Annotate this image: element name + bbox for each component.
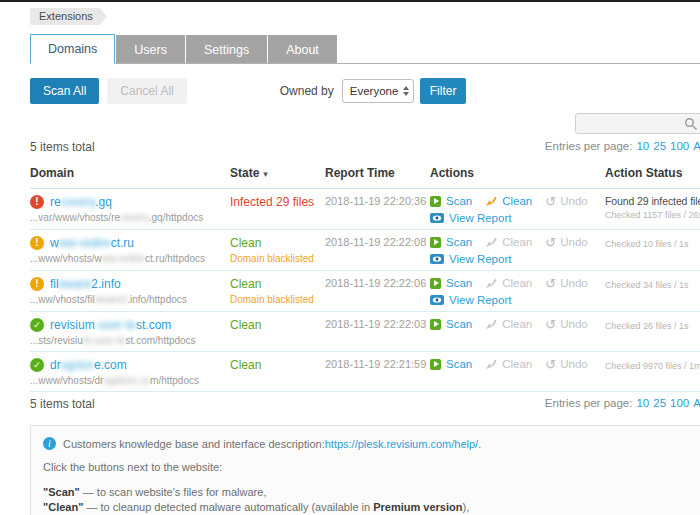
page-size-100[interactable]: 100 (670, 140, 689, 152)
report-eye-icon (430, 213, 444, 223)
report-eye-icon (430, 295, 444, 305)
report-eye-icon (430, 254, 444, 264)
undo-icon: ↺ (545, 319, 556, 330)
top-meta-row: 5 items total Entries per page:1025100Al… (30, 140, 700, 156)
tab-users[interactable]: Users (116, 35, 185, 63)
col-header-action-status: Action Status (605, 166, 700, 180)
state-label: Infected 29 files (230, 195, 325, 209)
undo-action[interactable]: ↺Undo (545, 236, 587, 248)
scan-icon (430, 237, 441, 248)
view-report-action[interactable]: View Report (430, 294, 511, 306)
clean-action[interactable]: Clean (485, 318, 532, 330)
sort-desc-icon: ▾ (263, 169, 268, 179)
table-row: ! fileware2.info ...ww/vhosts/fileware2.… (30, 271, 700, 312)
select-arrows-icon (403, 86, 409, 96)
col-header-domain[interactable]: Domain (30, 166, 230, 180)
domain-link[interactable]: recovery.gq (50, 195, 112, 209)
domain-path: ...ww/vhosts/fileware2.info/httpdocs (30, 294, 230, 305)
search-row (0, 113, 700, 135)
scan-action[interactable]: Scan (430, 236, 472, 248)
filter-button[interactable]: Filter (420, 78, 467, 104)
report-time: 2018-11-19 22:20:36 (325, 195, 430, 224)
domains-table: Domain State▾ Report Time Actions Action… (30, 160, 700, 392)
help-infobox: i Customers knowledge base and interface… (30, 425, 700, 515)
brush-icon (485, 358, 497, 370)
clean-action[interactable]: Clean (485, 195, 532, 207)
page-size-25[interactable]: 25 (653, 397, 666, 409)
action-status-sub: Checked 26 files / 1s (605, 321, 700, 331)
page-size-10[interactable]: 10 (636, 397, 649, 409)
view-report-action[interactable]: View Report (430, 253, 511, 265)
scan-action[interactable]: Scan (430, 358, 472, 370)
domain-link[interactable]: www-redirect.ru (50, 236, 134, 250)
scan-all-button[interactable]: Scan All (30, 78, 99, 104)
owned-by-label: Owned by (280, 84, 334, 98)
page-size-all[interactable]: All (693, 397, 700, 409)
tab-domains[interactable]: Domains (30, 34, 115, 64)
bottom-meta-row: 5 items total Entries per page:1025100Al… (30, 397, 700, 413)
domain-path: ...var/www/vhosts/recovery.gq/httpdocs (30, 212, 230, 223)
view-report-action[interactable]: View Report (430, 212, 511, 224)
undo-action[interactable]: ↺Undo (545, 277, 587, 289)
col-header-actions: Actions (430, 166, 605, 180)
entries-per-page: Entries per page:1025100All (545, 397, 700, 413)
brush-icon (485, 195, 497, 207)
domain-link[interactable]: revisium-user-test.com (50, 318, 171, 332)
info-icon: i (43, 437, 56, 450)
entries-per-page: Entries per page:1025100All (545, 140, 700, 156)
clean-action[interactable]: Clean (485, 358, 532, 370)
table-row: ✓ drugstore.com ...www/vhosts/drugstore.… (30, 352, 700, 392)
scan-action[interactable]: Scan (430, 277, 472, 289)
domain-path: ...www/vhosts/drugstore.com/httpdocs (30, 375, 230, 386)
page-size-10[interactable]: 10 (636, 140, 649, 152)
clean-action[interactable]: Clean (485, 277, 532, 289)
page-size-25[interactable]: 25 (653, 140, 666, 152)
page-size-all[interactable]: All (693, 140, 700, 152)
clean-action[interactable]: Clean (485, 236, 532, 248)
scan-action[interactable]: Scan (430, 195, 472, 207)
col-header-state[interactable]: State▾ (230, 166, 325, 180)
scan-icon (430, 278, 441, 289)
domain-link[interactable]: fileware2.info (50, 277, 121, 291)
undo-icon: ↺ (545, 237, 556, 248)
state-label: Clean (230, 358, 325, 372)
search-input[interactable] (581, 115, 681, 132)
undo-action[interactable]: ↺Undo (545, 358, 587, 370)
kb-link[interactable]: https://plesk.revisium.com/help/ (325, 438, 478, 450)
report-time: 2018-11-19 22:22:06 (325, 277, 430, 306)
domain-link[interactable]: drugstore.com (50, 358, 127, 372)
search-box[interactable] (575, 113, 700, 134)
brush-icon (485, 277, 497, 289)
undo-action[interactable]: ↺Undo (545, 195, 587, 207)
entries-label: Entries per page: (545, 140, 633, 152)
cancel-all-button[interactable]: Cancel All (107, 78, 186, 104)
breadcrumb-extensions[interactable]: Extensions (30, 8, 107, 25)
action-status-main: Found 29 infected files (605, 195, 700, 207)
toolbar: Scan All Cancel All Owned by Everyone Fi… (30, 78, 700, 104)
infected-icon: ! (30, 195, 44, 209)
undo-action[interactable]: ↺Undo (545, 318, 587, 330)
state-label: Clean (230, 318, 325, 332)
entries-label: Entries per page: (545, 397, 633, 409)
page-size-100[interactable]: 100 (670, 397, 689, 409)
search-icon (684, 117, 698, 131)
tab-about[interactable]: About (268, 35, 337, 63)
scan-action[interactable]: Scan (430, 318, 472, 330)
report-time: 2018-11-19 22:22:03 (325, 318, 430, 346)
ok-check-icon: ✓ (30, 358, 44, 372)
brush-icon (485, 236, 497, 248)
help-line-scan: "Scan" — to scan website's files for mal… (43, 485, 700, 500)
breadcrumb-bar: Extensions (0, 2, 700, 26)
action-status-sub: Checked 10 files / 1s (605, 239, 700, 249)
table-row: ! recovery.gq ...var/www/vhosts/recovery… (30, 189, 700, 230)
state-label: Clean (230, 236, 325, 250)
col-header-report-time[interactable]: Report Time (325, 166, 430, 180)
brush-icon (485, 318, 497, 330)
owned-by-select[interactable]: Everyone (342, 79, 414, 103)
table-row: ✓ revisium-user-test.com ...sts/revisium… (30, 312, 700, 352)
undo-icon: ↺ (545, 196, 556, 207)
items-total: 5 items total (30, 140, 95, 156)
tab-settings[interactable]: Settings (186, 35, 267, 63)
owned-by-selected-value: Everyone (350, 85, 399, 97)
report-time: 2018-11-19 22:21:59 (325, 358, 430, 386)
